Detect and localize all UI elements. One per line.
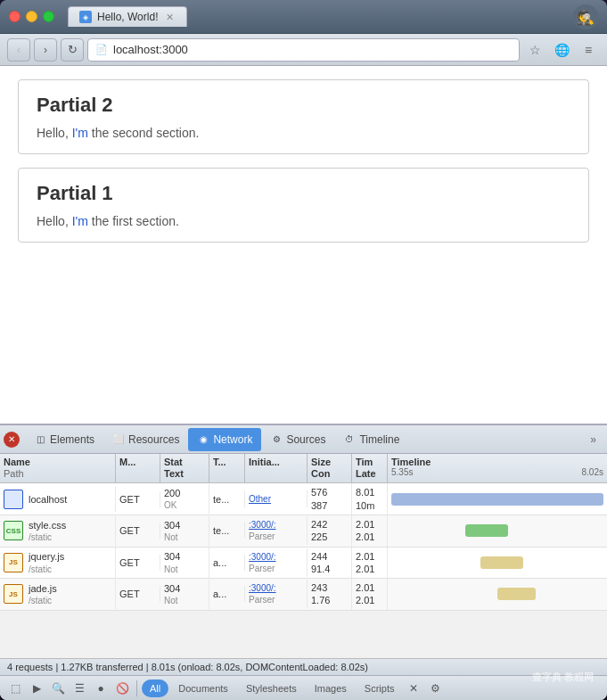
close-button[interactable] [9,11,21,22]
timeline-bar-container [391,493,603,506]
forward-button[interactable]: › [34,38,57,62]
table-row[interactable]: localhost GET 200 OK te... Other 576 387… [0,483,607,515]
filename: localhost [29,493,67,506]
timeline-bar [465,524,508,537]
row-name-cell: JS jquery.js /static [0,548,116,577]
filter-scripts[interactable]: Scripts [357,679,403,697]
row-time: 2.01 2.01 [352,515,388,547]
traffic-lights [9,11,54,22]
partial1-text: Hello, I'm the first section. [37,214,570,228]
header-timeline[interactable]: Timeline 5.35s 8.02s [388,454,607,482]
initiator-type: Parser [249,531,303,542]
row-timeline [388,551,607,574]
bookmark-button[interactable]: ☆ [523,38,546,62]
tab-close-button[interactable]: ✕ [163,11,176,23]
record-button[interactable]: ● [91,679,111,698]
minimize-button[interactable] [26,11,37,22]
partial2-text: Hello, I'm the second section. [37,126,570,140]
settings-icon[interactable]: ✕ [404,679,423,698]
row-method: GET [116,555,160,571]
header-method[interactable]: M... [116,454,160,482]
devtools-more-button[interactable]: » [583,430,603,449]
refresh-icon: ↻ [68,43,78,56]
row-name-cell: JS jade.js /static [0,580,116,609]
partial1-box: Partial 1 Hello, I'm the first section. [18,168,589,243]
filter-documents[interactable]: Documents [170,679,236,697]
row-method: GET [116,491,160,507]
console-button[interactable]: ▶ [27,679,46,698]
filename: jquery.js [29,550,64,563]
row-initiator: Other [245,490,308,507]
clear-button[interactable]: 🚫 [112,679,132,698]
network-table-header: Name Path M... StatText T... Initia... S… [0,454,607,483]
gear-icon[interactable]: ⚙ [425,679,445,698]
size-content: 242 [311,518,348,531]
timeline-label: Timeline [359,433,399,446]
page-icon: 📄 [95,44,108,55]
filter-stylesheets[interactable]: Stylesheets [238,679,305,697]
inspect-button[interactable]: ⬚ [5,679,25,698]
search-button[interactable]: 🔍 [48,679,68,698]
name-text: localhost [29,493,67,506]
filename: jade.js [29,582,57,595]
forward-icon: › [44,44,47,56]
status-code: 304 [164,519,205,531]
devtools-panel: ✕ ◫ Elements ⬜ Resources ◉ Network ⚙ Sou… [0,424,607,700]
row-method: GET [116,586,160,602]
filepath: /static [29,531,66,543]
table-row[interactable]: JS jade.js /static GET 304 Not a... :300… [0,579,607,611]
network-icon: ◉ [197,433,209,446]
row-time: 2.01 2.01 [352,548,388,579]
tab-sources[interactable]: ⚙ Sources [261,428,334,451]
back-button[interactable]: ‹ [7,38,30,62]
tab-resources[interactable]: ⬜ Resources [103,428,188,451]
row-status: 200 OK [160,484,209,514]
partial2-title: Partial 2 [37,94,570,117]
time-total: 8.01 [356,486,383,498]
list-button[interactable]: ☰ [70,679,89,698]
browser-tab[interactable]: ◈ Hello, World! ✕ [68,6,187,27]
time-latency: 10m [356,499,383,512]
header-name[interactable]: Name Path [0,454,116,482]
tab-elements[interactable]: ◫ Elements [25,428,103,451]
devtools-tab-bar: ✕ ◫ Elements ⬜ Resources ◉ Network ⚙ Sou… [0,425,607,454]
file-icon: CSS [4,521,23,540]
maximize-button[interactable] [43,11,54,22]
timeline-bar [480,556,523,569]
tab-title: Hello, World! [97,11,158,23]
sources-label: Sources [286,433,325,446]
tab-bar: ◈ Hello, World! ✕ [68,6,598,27]
row-type: te... [209,491,245,507]
row-time: 2.01 2.01 [352,579,388,610]
filename: style.css [29,519,66,531]
table-row[interactable]: CSS style.css /static GET 304 Not te... … [0,515,607,548]
size-transfer: 225 [311,531,348,543]
bottom-toolbar: ⬚ ▶ 🔍 ☰ ● 🚫 All Documents Stylesheets Im… [0,675,607,700]
filter-images[interactable]: Images [307,679,355,697]
tab-timeline[interactable]: ⏱ Timeline [334,428,408,451]
refresh-button[interactable]: ↻ [61,38,84,62]
row-type: te... [209,523,245,539]
row-size: 242 225 [308,515,352,547]
network-label: Network [213,433,252,446]
file-icon [4,490,23,509]
row-size: 244 91.4 [308,548,352,579]
initiator-link: Other [249,493,303,505]
tab-network[interactable]: ◉ Network [188,428,261,451]
menu-button[interactable]: ≡ [577,38,600,62]
size-content: 576 [311,486,348,498]
status-code: 200 [164,487,205,499]
header-initiator[interactable]: Initia... [245,454,308,482]
time-latency: 2.01 [356,594,383,606]
globe-button[interactable]: 🌐 [550,38,573,62]
title-bar: ◈ Hello, World! ✕ 🕵 [0,0,607,34]
devtools-close-button[interactable]: ✕ [4,432,20,448]
time-latency: 2.01 [356,563,383,575]
table-row[interactable]: JS jquery.js /static GET 304 Not a... :3… [0,548,607,580]
header-type[interactable]: T... [209,454,245,482]
address-bar[interactable]: 📄 localhost:3000 [87,38,520,62]
status-text: 4 requests | 1.27KB transferred | 8.01s … [7,662,368,672]
filter-all[interactable]: All [142,679,168,697]
row-method: GET [116,523,160,539]
status-text: Not [164,564,205,575]
